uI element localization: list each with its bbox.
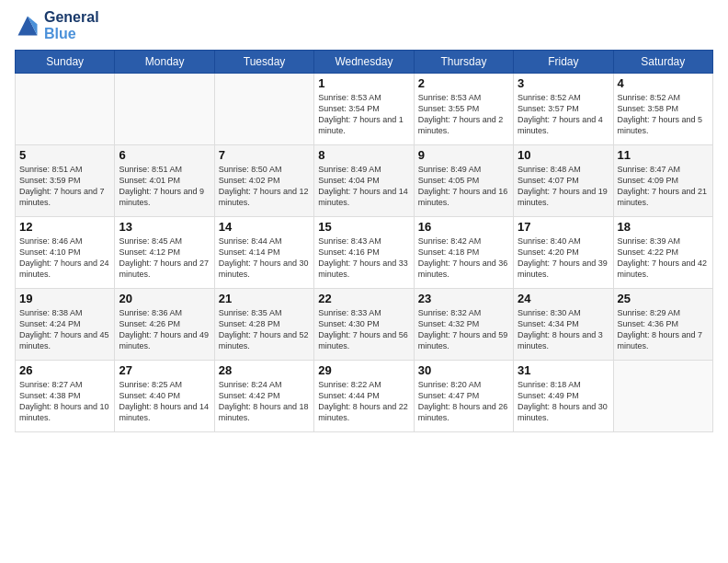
day-content: Sunrise: 8:27 AM Sunset: 4:38 PM Dayligh… — [19, 379, 110, 424]
day-content: Sunrise: 8:46 AM Sunset: 4:10 PM Dayligh… — [19, 236, 110, 281]
calendar-cell: 15Sunrise: 8:43 AM Sunset: 4:16 PM Dayli… — [314, 217, 414, 289]
calendar-cell: 12Sunrise: 8:46 AM Sunset: 4:10 PM Dayli… — [16, 217, 115, 289]
calendar-cell: 29Sunrise: 8:22 AM Sunset: 4:44 PM Dayli… — [314, 361, 414, 432]
day-content: Sunrise: 8:42 AM Sunset: 4:18 PM Dayligh… — [418, 236, 509, 281]
calendar-cell: 18Sunrise: 8:39 AM Sunset: 4:22 PM Dayli… — [613, 217, 712, 289]
calendar-cell: 9Sunrise: 8:49 AM Sunset: 4:05 PM Daylig… — [414, 145, 513, 217]
day-content: Sunrise: 8:29 AM Sunset: 4:36 PM Dayligh… — [618, 307, 709, 352]
day-number: 15 — [318, 220, 409, 234]
calendar-cell: 5Sunrise: 8:51 AM Sunset: 3:59 PM Daylig… — [16, 145, 115, 217]
day-content: Sunrise: 8:53 AM Sunset: 3:54 PM Dayligh… — [318, 92, 409, 137]
calendar-cell: 1Sunrise: 8:53 AM Sunset: 3:54 PM Daylig… — [314, 74, 414, 145]
day-content: Sunrise: 8:20 AM Sunset: 4:47 PM Dayligh… — [418, 379, 509, 424]
calendar-cell: 17Sunrise: 8:40 AM Sunset: 4:20 PM Dayli… — [514, 217, 613, 289]
day-number: 7 — [219, 148, 310, 162]
day-number: 6 — [119, 148, 210, 162]
calendar-cell — [16, 74, 115, 145]
day-content: Sunrise: 8:35 AM Sunset: 4:28 PM Dayligh… — [219, 307, 310, 352]
day-content: Sunrise: 8:49 AM Sunset: 4:05 PM Dayligh… — [418, 164, 509, 209]
day-number: 19 — [19, 292, 110, 305]
calendar-header: SundayMondayTuesdayWednesdayThursdayFrid… — [16, 51, 713, 74]
day-number: 14 — [219, 220, 310, 234]
calendar-week-3: 12Sunrise: 8:46 AM Sunset: 4:10 PM Dayli… — [16, 217, 713, 289]
day-number: 22 — [318, 292, 409, 305]
calendar-cell: 16Sunrise: 8:42 AM Sunset: 4:18 PM Dayli… — [414, 217, 513, 289]
day-content: Sunrise: 8:22 AM Sunset: 4:44 PM Dayligh… — [318, 379, 409, 424]
calendar-table: SundayMondayTuesdayWednesdayThursdayFrid… — [15, 50, 713, 432]
calendar-cell: 13Sunrise: 8:45 AM Sunset: 4:12 PM Dayli… — [115, 217, 214, 289]
calendar-cell: 22Sunrise: 8:33 AM Sunset: 4:30 PM Dayli… — [314, 289, 414, 361]
day-content: Sunrise: 8:44 AM Sunset: 4:14 PM Dayligh… — [219, 236, 310, 281]
day-number: 30 — [418, 363, 509, 377]
calendar-cell — [214, 74, 313, 145]
day-number: 28 — [219, 363, 310, 377]
day-content: Sunrise: 8:52 AM Sunset: 3:58 PM Dayligh… — [618, 92, 709, 137]
calendar-cell: 7Sunrise: 8:50 AM Sunset: 4:02 PM Daylig… — [214, 145, 313, 217]
logo: General Blue — [15, 9, 99, 42]
day-number: 12 — [19, 220, 110, 234]
day-content: Sunrise: 8:33 AM Sunset: 4:30 PM Dayligh… — [318, 307, 409, 352]
day-number: 13 — [119, 220, 210, 234]
day-content: Sunrise: 8:51 AM Sunset: 4:01 PM Dayligh… — [119, 164, 210, 209]
day-content: Sunrise: 8:52 AM Sunset: 3:57 PM Dayligh… — [518, 92, 609, 137]
day-content: Sunrise: 8:48 AM Sunset: 4:07 PM Dayligh… — [518, 164, 609, 209]
calendar-week-5: 26Sunrise: 8:27 AM Sunset: 4:38 PM Dayli… — [16, 361, 713, 432]
page-container: General Blue SundayMondayTuesdayWednesda… — [0, 0, 728, 442]
day-number: 8 — [318, 148, 409, 162]
logo-icon — [15, 13, 40, 39]
calendar-cell: 28Sunrise: 8:24 AM Sunset: 4:42 PM Dayli… — [214, 361, 313, 432]
weekday-header-friday: Friday — [514, 51, 613, 74]
day-content: Sunrise: 8:38 AM Sunset: 4:24 PM Dayligh… — [19, 307, 110, 352]
day-number: 21 — [219, 292, 310, 305]
calendar-cell: 20Sunrise: 8:36 AM Sunset: 4:26 PM Dayli… — [115, 289, 214, 361]
day-content: Sunrise: 8:49 AM Sunset: 4:04 PM Dayligh… — [318, 164, 409, 209]
day-content: Sunrise: 8:18 AM Sunset: 4:49 PM Dayligh… — [518, 379, 609, 424]
day-content: Sunrise: 8:24 AM Sunset: 4:42 PM Dayligh… — [219, 379, 310, 424]
day-number: 1 — [318, 76, 409, 90]
weekday-header-monday: Monday — [115, 51, 214, 74]
day-number: 5 — [19, 148, 110, 162]
day-number: 31 — [518, 363, 609, 377]
weekday-header-thursday: Thursday — [414, 51, 513, 74]
day-number: 26 — [19, 363, 110, 377]
calendar-cell: 23Sunrise: 8:32 AM Sunset: 4:32 PM Dayli… — [414, 289, 513, 361]
day-number: 11 — [618, 148, 709, 162]
day-number: 25 — [618, 292, 709, 305]
calendar-cell: 8Sunrise: 8:49 AM Sunset: 4:04 PM Daylig… — [314, 145, 414, 217]
calendar-cell: 24Sunrise: 8:30 AM Sunset: 4:34 PM Dayli… — [514, 289, 613, 361]
calendar-cell: 4Sunrise: 8:52 AM Sunset: 3:58 PM Daylig… — [613, 74, 712, 145]
calendar-cell — [613, 361, 712, 432]
calendar-cell: 19Sunrise: 8:38 AM Sunset: 4:24 PM Dayli… — [16, 289, 115, 361]
day-number: 9 — [418, 148, 509, 162]
day-content: Sunrise: 8:40 AM Sunset: 4:20 PM Dayligh… — [518, 236, 609, 281]
calendar-cell: 30Sunrise: 8:20 AM Sunset: 4:47 PM Dayli… — [414, 361, 513, 432]
day-number: 16 — [418, 220, 509, 234]
day-number: 4 — [618, 76, 709, 90]
day-content: Sunrise: 8:39 AM Sunset: 4:22 PM Dayligh… — [618, 236, 709, 281]
day-number: 27 — [119, 363, 210, 377]
day-content: Sunrise: 8:43 AM Sunset: 4:16 PM Dayligh… — [318, 236, 409, 281]
day-content: Sunrise: 8:53 AM Sunset: 3:55 PM Dayligh… — [418, 92, 509, 137]
day-number: 29 — [318, 363, 409, 377]
calendar-cell: 11Sunrise: 8:47 AM Sunset: 4:09 PM Dayli… — [613, 145, 712, 217]
day-content: Sunrise: 8:50 AM Sunset: 4:02 PM Dayligh… — [219, 164, 310, 209]
day-number: 17 — [518, 220, 609, 234]
day-content: Sunrise: 8:25 AM Sunset: 4:40 PM Dayligh… — [119, 379, 210, 424]
day-content: Sunrise: 8:45 AM Sunset: 4:12 PM Dayligh… — [119, 236, 210, 281]
weekday-header-wednesday: Wednesday — [314, 51, 414, 74]
weekday-header-sunday: Sunday — [16, 51, 115, 74]
logo-text: General Blue — [44, 9, 99, 42]
weekday-header-saturday: Saturday — [613, 51, 712, 74]
weekday-header-tuesday: Tuesday — [214, 51, 313, 74]
day-content: Sunrise: 8:32 AM Sunset: 4:32 PM Dayligh… — [418, 307, 509, 352]
calendar-cell: 2Sunrise: 8:53 AM Sunset: 3:55 PM Daylig… — [414, 74, 513, 145]
calendar-cell: 21Sunrise: 8:35 AM Sunset: 4:28 PM Dayli… — [214, 289, 313, 361]
page-header: General Blue — [15, 9, 713, 42]
day-number: 3 — [518, 76, 609, 90]
calendar-week-1: 1Sunrise: 8:53 AM Sunset: 3:54 PM Daylig… — [16, 74, 713, 145]
calendar-cell — [115, 74, 214, 145]
calendar-cell: 26Sunrise: 8:27 AM Sunset: 4:38 PM Dayli… — [16, 361, 115, 432]
day-number: 20 — [119, 292, 210, 305]
calendar-week-4: 19Sunrise: 8:38 AM Sunset: 4:24 PM Dayli… — [16, 289, 713, 361]
calendar-cell: 10Sunrise: 8:48 AM Sunset: 4:07 PM Dayli… — [514, 145, 613, 217]
